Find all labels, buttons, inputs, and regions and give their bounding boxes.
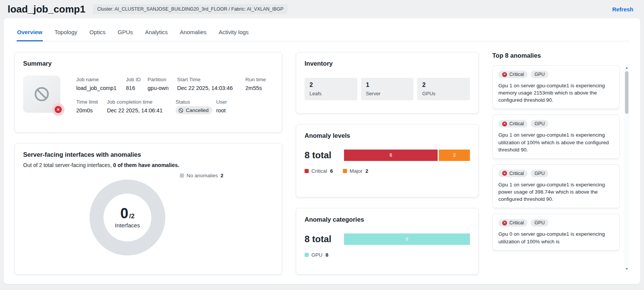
tab-topology[interactable]: Topology bbox=[54, 27, 78, 41]
field-start-time: Start Time Dec 22 2025, 14:03:46 bbox=[177, 77, 245, 91]
server-interfaces-subtitle: Out of 2 total server-facing interfaces,… bbox=[23, 162, 273, 168]
scrollbar-thumb[interactable] bbox=[625, 71, 628, 114]
category-badge: GPU bbox=[531, 120, 548, 128]
summary-card: Summary ✕ Job name load_job_co bbox=[14, 52, 282, 132]
gpu-swatch bbox=[305, 253, 309, 257]
scroll-up-icon[interactable]: ▲ bbox=[625, 66, 628, 70]
gpu-legend: GPU 8 bbox=[305, 252, 328, 258]
tab-overview[interactable]: Overview bbox=[17, 27, 43, 41]
server-interfaces-card: Server-facing interfaces with anomalies … bbox=[14, 143, 282, 274]
stat-server: 1 Server bbox=[361, 78, 414, 100]
anomaly-categories-total: 8 total bbox=[305, 234, 338, 244]
anomaly-levels-title: Anomaly levels bbox=[305, 132, 470, 139]
category-badge: GPU bbox=[531, 170, 548, 177]
anomaly-levels-total: 8 total bbox=[305, 150, 338, 161]
tab-optics[interactable]: Optics bbox=[89, 27, 106, 41]
interfaces-donut-chart: 0/2 Interfaces bbox=[90, 180, 165, 255]
tab-anomalies[interactable]: Anomalies bbox=[179, 27, 207, 41]
cluster-fabric-badge: Cluster: AI_CLUSTER_SANJOSE_BUILDING20_3… bbox=[93, 4, 287, 14]
no-anomalies-swatch bbox=[180, 173, 184, 178]
category-badge: GPU bbox=[531, 219, 548, 227]
status-badge: Cancelled bbox=[176, 106, 212, 114]
anomaly-item[interactable]: Critical GPU Gpu 1 on server gpu-compute… bbox=[492, 164, 620, 208]
major-swatch bbox=[343, 169, 347, 173]
tab-activity-logs[interactable]: Activity logs bbox=[218, 27, 249, 41]
critical-legend: Critical 6 bbox=[305, 168, 333, 174]
critical-swatch bbox=[305, 169, 309, 173]
donut-total: /2 bbox=[129, 213, 134, 220]
anomaly-categories-bar: 8 bbox=[344, 233, 470, 245]
stat-leafs: 2 Leafs bbox=[305, 78, 357, 100]
anomaly-categories-card: Anomaly categories 8 total 8 GPU 8 bbox=[296, 208, 479, 274]
cancelled-status-icon: ✕ bbox=[52, 103, 64, 116]
anomaly-list: Critical GPU Gpu 1 on server gpu-compute… bbox=[492, 65, 620, 273]
field-job-id: Job ID 816 bbox=[126, 77, 148, 91]
server-interfaces-title: Server-facing interfaces with anomalies bbox=[23, 151, 273, 158]
tab-gpus[interactable]: GPUs bbox=[117, 27, 133, 41]
critical-bar-segment: 6 bbox=[344, 150, 438, 161]
anomaly-levels-card: Anomaly levels 8 total 6 2 Critical 6 bbox=[296, 124, 479, 197]
severity-badge: Critical bbox=[498, 120, 528, 128]
main-panel: Overview Topology Optics GPUs Analytics … bbox=[4, 18, 640, 284]
field-time-limit: Time limit 20m0s bbox=[76, 99, 107, 114]
critical-icon bbox=[502, 221, 507, 225]
field-job-name: Job name load_job_comp1 bbox=[76, 77, 126, 91]
prohibited-icon bbox=[33, 85, 50, 103]
summary-fields: Job name load_job_comp1 Job ID 816 Parti… bbox=[76, 76, 271, 114]
severity-badge: Critical bbox=[498, 219, 528, 227]
anomaly-item[interactable]: Critical GPU Gpu 1 on server gpu-compute… bbox=[492, 65, 620, 109]
severity-badge: Critical bbox=[498, 170, 528, 177]
major-legend: Major 2 bbox=[343, 168, 368, 174]
field-user: User root bbox=[216, 99, 232, 114]
inventory-title: Inventory bbox=[305, 60, 470, 67]
category-badge: GPU bbox=[531, 71, 548, 78]
field-status: Status Cancelled bbox=[176, 99, 216, 114]
top-anomalies-panel: Top 8 anomalies Critical GPU Gpu 1 on se… bbox=[492, 52, 630, 274]
tab-bar: Overview Topology Optics GPUs Analytics … bbox=[14, 24, 630, 41]
field-job-completion-time: Job completion time Dec 22 2025, 14:06:4… bbox=[107, 99, 176, 114]
inventory-card: Inventory 2 Leafs 1 Server 2 GPUs bbox=[296, 52, 479, 113]
critical-icon bbox=[502, 121, 507, 126]
stat-gpus: 2 GPUs bbox=[417, 78, 470, 100]
scroll-down-icon[interactable]: ▼ bbox=[625, 267, 628, 271]
critical-icon bbox=[502, 72, 507, 77]
summary-title: Summary bbox=[23, 60, 273, 67]
cancelled-icon bbox=[178, 108, 184, 113]
severity-badge: Critical bbox=[498, 71, 528, 78]
donut-label: Interfaces bbox=[115, 222, 140, 229]
donut-legend: No anomalies 2 bbox=[180, 173, 223, 178]
gpu-bar-segment: 8 bbox=[344, 233, 470, 245]
field-partition: Partition gpu-own bbox=[148, 77, 177, 91]
anomaly-message: Gpu 1 on server gpu-compute1 is experien… bbox=[498, 82, 614, 104]
anomaly-item[interactable]: Critical GPU Gpu 0 on server gpu-compute… bbox=[492, 214, 620, 250]
refresh-button[interactable]: Refresh bbox=[612, 6, 633, 13]
anomaly-message: Gpu 0 on server gpu-compute1 is experien… bbox=[498, 230, 614, 245]
job-status-thumbnail: ✕ bbox=[23, 76, 60, 113]
anomaly-message: Gpu 1 on server gpu-compute1 is experien… bbox=[498, 181, 614, 203]
critical-icon bbox=[502, 171, 507, 176]
major-bar-segment: 2 bbox=[439, 150, 470, 161]
anomaly-item[interactable]: Critical GPU Gpu 1 on server gpu-compute… bbox=[492, 115, 620, 158]
page-title: load_job_comp1 bbox=[8, 3, 85, 15]
anomaly-list-scrollbar[interactable]: ▲ ▼ bbox=[624, 65, 630, 272]
anomaly-categories-title: Anomaly categories bbox=[305, 216, 470, 223]
top-anomalies-title: Top 8 anomalies bbox=[492, 52, 620, 59]
tab-analytics[interactable]: Analytics bbox=[145, 27, 168, 41]
page-header: load_job_comp1 Cluster: AI_CLUSTER_SANJO… bbox=[0, 0, 644, 18]
anomaly-message: Gpu 1 on server gpu-compute1 is experien… bbox=[498, 131, 614, 153]
donut-value: 0 bbox=[120, 205, 128, 221]
anomaly-levels-bar: 6 2 bbox=[344, 150, 470, 161]
field-run-time: Run time 2m55s bbox=[245, 77, 271, 91]
